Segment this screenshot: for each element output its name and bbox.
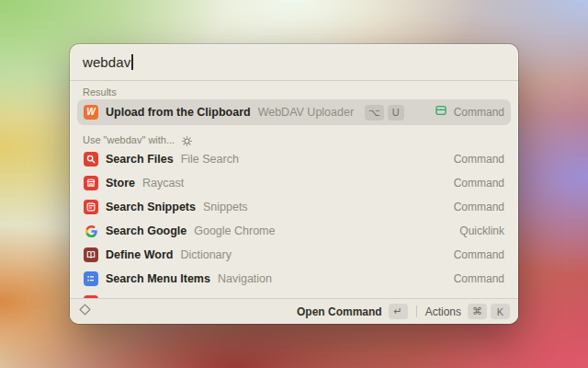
u-key-badge: U — [388, 105, 404, 121]
footer-bar: Open Command ↵ Actions ⌘ K — [70, 298, 518, 324]
suggestion-row-search-files[interactable]: Search Files File Search Command — [77, 147, 511, 171]
actions-button[interactable]: Actions — [425, 305, 461, 318]
search-input[interactable]: webdav — [83, 54, 130, 70]
snippet-icon — [84, 200, 98, 214]
text-caret — [131, 54, 133, 70]
suggestion-row-search-menu-items[interactable]: Search Menu Items Navigation Command — [77, 267, 511, 291]
shortcut-badges: ⌥ U — [365, 105, 404, 121]
suggestion-row-search-snippets[interactable]: Search Snippets Snippets Command — [77, 195, 511, 219]
open-command-button[interactable]: Open Command — [297, 305, 382, 318]
magnifier-icon — [84, 152, 98, 167]
result-type: Command — [454, 106, 504, 119]
cmd-key-badge: ⌘ — [468, 304, 487, 319]
raycast-logo-icon — [78, 303, 92, 320]
desktop-wallpaper: { "search": { "value": "webdav" }, "sect… — [0, 0, 588, 368]
result-row-webdav-upload[interactable]: W Upload from the Clipboard WebDAV Uploa… — [77, 99, 511, 125]
results-section-label: Results — [70, 81, 518, 99]
suggestion-row-search-google[interactable]: Search Google Google Chrome Quicklink — [77, 219, 511, 243]
book-icon — [84, 247, 98, 262]
storefront-icon — [84, 176, 98, 190]
suggestions-section-header: Use "webdav" with... — [70, 125, 518, 147]
search-bar[interactable]: webdav — [70, 44, 518, 81]
webdav-uploader-icon: W — [84, 105, 98, 120]
option-key-badge: ⌥ — [365, 105, 384, 121]
command-box-icon — [435, 104, 447, 121]
suggestion-row-define-word[interactable]: Define Word Dictionary Command — [77, 243, 511, 267]
k-key-badge: K — [491, 304, 510, 319]
result-subtitle: WebDAV Uploader — [258, 106, 354, 119]
return-key-badge: ↵ — [389, 304, 408, 319]
google-icon — [84, 224, 98, 238]
suggestions-section-label: Use "webdav" with... — [83, 134, 175, 145]
result-title: Upload from the Clipboard — [106, 106, 251, 119]
raycast-window: webdav Results W Upload from the Clipboa… — [70, 44, 518, 324]
suggestion-row-store[interactable]: Store Raycast Command — [77, 171, 511, 195]
menu-list-icon — [84, 271, 98, 286]
gear-icon[interactable] — [181, 134, 193, 146]
footer-divider — [416, 305, 417, 317]
